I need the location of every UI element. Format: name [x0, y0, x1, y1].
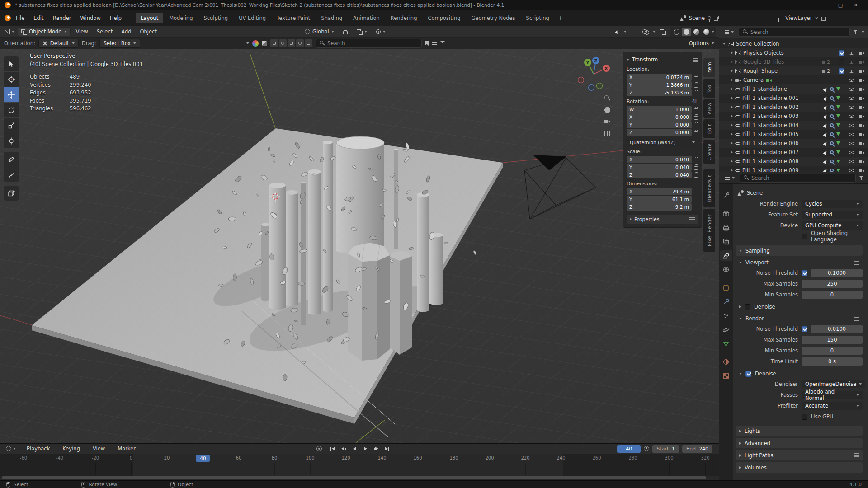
menu-add[interactable]: Add — [118, 27, 135, 36]
drag-select[interactable]: Select Box — [99, 39, 141, 48]
new-scene-button[interactable] — [714, 16, 719, 21]
asset-toggle-5[interactable] — [305, 39, 312, 47]
menu-object[interactable]: Object — [137, 27, 160, 36]
osl-checkbox[interactable] — [802, 234, 807, 239]
exclude-checkbox[interactable] — [839, 50, 844, 56]
min-samples-field[interactable]: 0 — [802, 291, 863, 299]
blenderkit-search-input[interactable]: Search — [316, 39, 422, 48]
noise-threshold-checkbox[interactable] — [802, 270, 807, 276]
menu-marker[interactable]: Marker — [114, 444, 139, 453]
proportional-edit-toggle[interactable] — [373, 28, 388, 35]
menu-keying[interactable]: Keying — [59, 444, 84, 453]
overlays-toggle[interactable] — [641, 28, 650, 36]
exclude-checkbox[interactable] — [839, 59, 844, 65]
scale-y-field[interactable]: Y0.040 — [627, 164, 692, 171]
max-samples-field[interactable]: 150 — [802, 336, 863, 344]
scale-x-field[interactable]: X0.040 — [627, 156, 692, 163]
render-visibility-icon[interactable] — [859, 122, 864, 128]
snap-toggle[interactable] — [340, 29, 350, 35]
workspace-tab-uv-editing[interactable]: UV Editing — [234, 13, 271, 23]
outliner-scene-collection[interactable]: Scene Collection — [719, 39, 868, 48]
jump-to-start-button[interactable] — [328, 445, 337, 452]
render-visibility-icon[interactable] — [859, 131, 864, 137]
workspace-tab-scripting[interactable]: Scripting — [521, 13, 554, 23]
location-x-field[interactable]: X-0.0724 m — [627, 74, 692, 81]
mode-select[interactable]: Object Mode — [18, 27, 71, 36]
lock-icon[interactable] — [694, 116, 698, 120]
location-y-field[interactable]: Y1.3866 m — [627, 81, 692, 89]
outliner-item-google-3d-tiles[interactable]: Google 3D Tiles 2 — [719, 57, 868, 66]
asset-toggle-3[interactable] — [288, 39, 295, 47]
previous-keyframe-button[interactable] — [339, 445, 348, 452]
render-visibility-icon[interactable] — [859, 50, 864, 56]
visibility-eye-icon[interactable] — [849, 104, 854, 110]
gizmo-z-neg[interactable] — [589, 85, 594, 91]
panel-light-paths[interactable]: Light Paths — [736, 450, 863, 460]
asset-toggle-1[interactable] — [270, 39, 278, 47]
sidebar-tab-view[interactable]: View — [703, 99, 715, 118]
dimensions-y-field[interactable]: Y61.1 m — [627, 196, 692, 203]
selectability-filter-button[interactable] — [612, 28, 621, 36]
lock-icon[interactable] — [694, 159, 698, 162]
outliner-item-pill[interactable]: Pill_1_standalone.007 — [719, 148, 868, 157]
location-z-field[interactable]: Z-5.1323 m — [627, 89, 692, 96]
outliner-item-physics-objects[interactable]: Physics Objects — [719, 48, 868, 57]
editor-type-button[interactable] — [3, 28, 16, 35]
outliner-item-camera[interactable]: Camera — [719, 75, 868, 84]
outliner-filter-icon[interactable] — [853, 29, 859, 35]
workspace-tab-layout[interactable]: Layout — [136, 13, 163, 23]
device-select[interactable]: GPU Compute — [802, 221, 863, 230]
sidebar-tab-blenderkit[interactable]: BlenderKit — [703, 169, 715, 207]
frame-start-field[interactable]: Start1 — [652, 445, 679, 453]
outliner-item-pill[interactable]: Pill_1_standalone — [719, 84, 868, 94]
blenderkit-logo-icon[interactable] — [252, 40, 259, 47]
shading-solid-button[interactable] — [682, 28, 691, 36]
workspace-tab-compositing[interactable]: Compositing — [423, 13, 465, 23]
properties-editor-type-button[interactable] — [723, 176, 736, 180]
render-visibility-icon[interactable] — [859, 113, 864, 119]
outliner-item-pill[interactable]: Pill_1_standalone.003 — [719, 112, 868, 121]
render-visibility-icon[interactable] — [859, 150, 864, 155]
tool-measure[interactable] — [4, 167, 19, 182]
panel-viewport-denoise[interactable]: Denoise — [736, 302, 863, 312]
workspace-tab-texture-paint[interactable]: Texture Paint — [272, 13, 315, 23]
menu-window[interactable]: Window — [76, 14, 104, 23]
render-visibility-icon[interactable] — [859, 86, 864, 92]
jump-to-end-button[interactable] — [382, 445, 392, 452]
prefilter-select[interactable]: Accurate — [802, 402, 863, 410]
noise-threshold-field[interactable]: 0.0100 — [811, 325, 863, 333]
tool-scale[interactable] — [4, 118, 19, 133]
properties-filter-icon[interactable] — [859, 175, 864, 181]
pin-icon[interactable] — [708, 16, 711, 20]
menu-file[interactable]: File — [12, 14, 28, 23]
minimize-button[interactable]: ─ — [817, 2, 833, 8]
lock-icon[interactable] — [694, 76, 698, 80]
visibility-eye-icon[interactable] — [849, 95, 854, 101]
tool-select-box[interactable] — [4, 56, 19, 71]
dimensions-z-field[interactable]: Z9.2 m — [627, 203, 692, 211]
play-button[interactable] — [361, 445, 370, 452]
menu-render[interactable]: Render — [49, 14, 75, 23]
visibility-eye-icon[interactable] — [849, 77, 854, 83]
preset-icon[interactable] — [854, 317, 859, 321]
tool-annotate[interactable] — [4, 152, 19, 167]
workspace-tab-geometry-nodes[interactable]: Geometry Nodes — [467, 13, 520, 23]
rotation-mode-badge[interactable]: 4L — [692, 99, 698, 104]
workspace-tab-animation[interactable]: Animation — [348, 13, 385, 23]
outliner-search-input[interactable]: Search — [739, 28, 850, 37]
shading-rendered-button[interactable] — [702, 28, 711, 36]
workspace-tab-rendering[interactable]: Rendering — [386, 13, 422, 23]
properties-subpanel[interactable]: Properties — [627, 215, 698, 224]
panel-sampling-render[interactable]: Render — [736, 314, 863, 324]
scene-render[interactable] — [0, 49, 719, 443]
sidebar-tab-tool[interactable]: Tool — [703, 79, 715, 98]
transform-orientation-select[interactable]: Global — [302, 28, 337, 36]
tab-render[interactable] — [720, 208, 732, 219]
tool-add-cube[interactable] — [4, 186, 19, 201]
max-samples-field[interactable]: 250 — [802, 280, 863, 288]
blender-app-menu-icon[interactable] — [5, 15, 11, 21]
panel-render-denoise[interactable]: Denoise — [736, 369, 863, 379]
navigation-gizmo[interactable]: X Y Z — [573, 54, 614, 94]
zoom-icon[interactable] — [604, 95, 610, 101]
outliner-item-pill[interactable]: Pill_1_standalone.006 — [719, 139, 868, 148]
